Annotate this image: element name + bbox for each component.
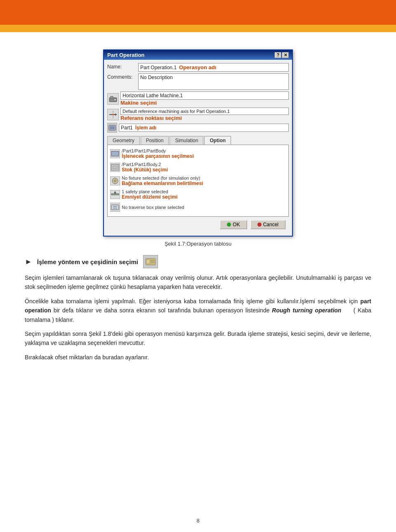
machine-label: Makine seçimi — [120, 100, 289, 106]
geo-row-2: /Part1/Part1/Body.2 Stok (Kütük) seçimi — [110, 161, 286, 173]
geo-path-2[interactable]: /Part1/Part1/Body.2 — [122, 162, 286, 167]
axis-svg — [108, 110, 118, 119]
tabs-bar: Geometry Position Simulation Option — [107, 136, 289, 145]
tab-content-geometry: /Part1/Part1/PartBody İşlenecek parçasın… — [107, 145, 289, 217]
arrow-bullet: ► — [25, 258, 32, 266]
tab-geometry[interactable]: Geometry — [107, 136, 140, 145]
geo-icon-2 — [110, 163, 120, 172]
ref-row: Default reference machining axis for Par… — [107, 108, 289, 121]
ok-button[interactable]: OK — [220, 220, 247, 229]
lathe-svg — [108, 94, 118, 103]
italic-rough-turning: Rough turning operation — [272, 307, 341, 314]
svg-rect-8 — [110, 127, 114, 129]
geo-info-1: /Part1/Part1/PartBody İşlenecek parçasın… — [122, 148, 286, 159]
bold-rough-turning: Rough turning operation — [272, 307, 341, 314]
paragraph-1-text: Seçim işlemleri tamamlanarak ok tuşuna t… — [25, 274, 371, 290]
name-label: Name: — [107, 63, 138, 70]
ref-input[interactable]: Default reference machining axis for Par… — [120, 108, 289, 115]
page-number: 8 — [196, 518, 199, 524]
geo-icon-4 — [110, 190, 120, 199]
part-icon — [107, 123, 117, 133]
section-heading: ► İşleme yöntem ve çeşidinin seçimi — [25, 255, 371, 268]
svg-point-2 — [114, 98, 116, 101]
svg-point-13 — [114, 180, 116, 182]
name-input[interactable]: Part Operation.1 Operasyon adı — [138, 63, 289, 72]
geo-info-5: No traverse box plane selected — [122, 205, 286, 210]
ok-label: OK — [233, 222, 240, 227]
geo-label-4: Emniyet düzlemi seçimi — [122, 194, 286, 200]
cancel-dot — [257, 223, 262, 227]
section-title: İşleme yöntem ve çeşidinin seçimi — [37, 258, 138, 265]
paragraph-1: Seçim işlemleri tamamlanarak ok tuşuna t… — [25, 273, 371, 292]
help-button[interactable]: ? — [275, 52, 281, 58]
tab-option[interactable]: Option — [204, 136, 231, 145]
geo-info-4: 1 safety plane selected Emniyet düzlemi … — [122, 189, 286, 200]
dialog-footer: OK Cancel — [107, 217, 289, 232]
comments-input[interactable]: No Description — [138, 73, 289, 90]
comments-row: Comments: No Description — [107, 73, 289, 90]
svg-rect-17 — [111, 205, 119, 210]
geo-path-3[interactable]: No fixture selected (for simulation only… — [122, 176, 286, 180]
paragraph-4: Bırakılacak ofset miktarları da buradan … — [25, 353, 371, 362]
ref-label: Referans noktası seçimi — [120, 115, 289, 121]
tab-position[interactable]: Position — [141, 136, 169, 145]
ok-dot — [227, 223, 231, 227]
main-content: Part Operation ? ✕ Name: Part Operation.… — [0, 41, 396, 383]
traverse-svg — [111, 204, 119, 211]
svg-point-6 — [112, 114, 114, 115]
geo-icon-1 — [110, 149, 120, 158]
geo-info-2: /Part1/Part1/Body.2 Stok (Kütük) seçimi — [122, 162, 286, 173]
geo-label-1: İşlenecek parçasının seçilmesi — [122, 153, 286, 159]
header-bar-second — [0, 25, 396, 32]
ref-info: Default reference machining axis for Par… — [120, 108, 289, 121]
part-value: Part1 — [121, 125, 133, 131]
part-row: Part1 İşlem adı — [107, 123, 289, 133]
geo-path-5[interactable]: No traverse box plane selected — [122, 205, 286, 210]
svg-rect-11 — [113, 166, 118, 169]
svg-marker-4 — [115, 113, 117, 116]
name-value: Part Operation.1 — [140, 65, 177, 70]
part-svg — [108, 124, 116, 132]
header-bar-top — [0, 0, 396, 25]
ref-icon — [107, 109, 119, 120]
machine-input[interactable]: Horizontal Lathe Machine.1 — [120, 91, 289, 100]
svg-rect-21 — [146, 260, 150, 264]
geo-row-1: /Part1/Part1/PartBody İşlenecek parçasın… — [110, 148, 286, 160]
dialog-title: Part Operation — [107, 52, 144, 58]
titlebar-buttons: ? ✕ — [275, 52, 289, 58]
geo-path-1[interactable]: /Part1/Part1/PartBody — [122, 148, 286, 153]
svg-rect-14 — [111, 194, 119, 195]
geo-icon-3 — [110, 176, 120, 185]
fixture-svg — [111, 177, 119, 185]
geo-info-3: No fixture selected (for simulation only… — [122, 176, 286, 186]
dialog-container: Part Operation ? ✕ Name: Part Operation.… — [25, 49, 371, 237]
close-button[interactable]: ✕ — [282, 52, 289, 58]
geo-row-3: No fixture selected (for simulation only… — [110, 175, 286, 187]
paragraph-3-text: Seçim yapıldıktan sonra Şekil 1.8'deki g… — [25, 330, 371, 346]
geo-path-4[interactable]: 1 safety plane selected — [122, 189, 286, 194]
machine-row: Horizontal Lathe Machine.1 Makine seçimi — [107, 91, 289, 106]
paragraph-3: Seçim yapıldıktan sonra Şekil 1.8'deki g… — [25, 329, 371, 348]
geo-icon-5 — [110, 203, 120, 212]
geo-label-3: Bağlama elemanlarının belirtilmesi — [122, 180, 286, 186]
paragraph-2: Öncelikle kaba tornalama işlemi yapılmal… — [25, 297, 371, 324]
name-annotation: Operasyon adı — [179, 64, 216, 70]
cancel-button[interactable]: Cancel — [250, 220, 285, 229]
dialog-titlebar: Part Operation ? ✕ — [104, 50, 292, 60]
machine-icon — [107, 93, 119, 105]
comments-label: Comments: — [107, 73, 138, 80]
geo-label-2: Stok (Kütük) seçimi — [122, 167, 286, 173]
part-body-svg — [111, 150, 119, 157]
stock-svg — [111, 164, 119, 171]
comments-value: No Description — [140, 75, 173, 80]
machine-info: Horizontal Lathe Machine.1 Makine seçimi — [120, 91, 289, 106]
dialog-body: Name: Part Operation.1 Operasyon adı Com… — [104, 60, 292, 236]
part-input[interactable]: Part1 İşlem adı — [119, 124, 289, 132]
svg-rect-1 — [111, 96, 113, 98]
tab-simulation[interactable]: Simulation — [170, 136, 203, 145]
part-operation-dialog: Part Operation ? ✕ Name: Part Operation.… — [103, 49, 293, 237]
geo-row-5: No traverse box plane selected — [110, 202, 286, 213]
svg-rect-9 — [111, 151, 119, 156]
figure-caption: Şekil 1.7:Operasyon tablosu — [25, 241, 371, 247]
safety-svg — [111, 191, 119, 198]
